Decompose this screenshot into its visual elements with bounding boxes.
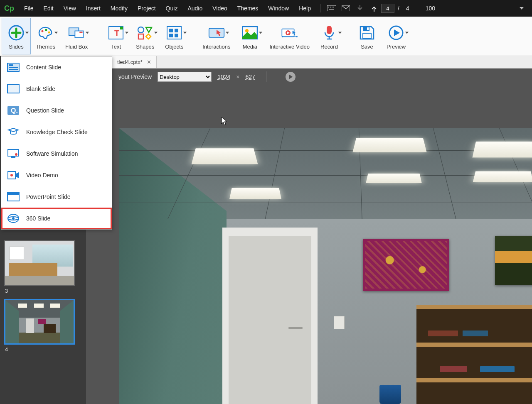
mail-icon[interactable] <box>341 5 350 12</box>
svg-point-30 <box>296 36 297 37</box>
menu-window[interactable]: Window <box>263 2 294 15</box>
svg-rect-0 <box>327 5 336 11</box>
menu-help[interactable]: Help <box>294 2 316 15</box>
dropdown-arrow-icon[interactable] <box>517 5 526 12</box>
page-current-input[interactable] <box>381 4 394 13</box>
ribbon-shapes[interactable]: Shapes <box>131 18 160 54</box>
menu-software-simulation[interactable]: Software Simulation <box>1 143 112 164</box>
menu-view[interactable]: View <box>59 2 81 15</box>
menu-video-demo[interactable]: Video Demo <box>1 164 112 186</box>
question-slide-icon: Q. <box>7 105 20 115</box>
ribbon-save[interactable]: Save <box>352 18 382 54</box>
menu-content-slide[interactable]: Content Slide <box>1 56 112 78</box>
menu-360-slide[interactable]: 360 Slide <box>1 208 112 229</box>
ribbon-save-label: Save <box>361 44 373 50</box>
chevron-down-icon <box>338 32 342 34</box>
svg-rect-21 <box>175 29 178 32</box>
layout-preview-bar: yout Preview Desktop 1024 × 627 <box>86 69 532 85</box>
menu-powerpoint-slide[interactable]: PowerPoint Slide <box>1 186 112 208</box>
menu-kc-slide-label: Knowledge Check Slide <box>26 129 88 135</box>
preview-play-button[interactable] <box>286 72 296 82</box>
play-icon <box>289 74 293 79</box>
menu-ppt-slide-label: PowerPoint Slide <box>26 193 71 200</box>
ribbon-interactions-label: Interactions <box>202 44 230 50</box>
slide-thumb-4[interactable]: 4 <box>4 299 82 353</box>
ribbon-slides[interactable]: Slides <box>2 18 31 54</box>
ribbon-media-label: Media <box>243 44 257 50</box>
ribbon-fluidbox[interactable]: Fluid Box <box>60 18 93 54</box>
close-icon[interactable]: ✕ <box>147 59 151 65</box>
menu-video-demo-label: Video Demo <box>26 172 58 179</box>
chevron-down-icon <box>405 32 409 34</box>
ribbon-text[interactable]: T Text <box>101 18 131 54</box>
ribbon-objects[interactable]: Objects <box>160 18 189 54</box>
ribbon-themes-label: Themes <box>36 44 55 50</box>
ribbon-interactive-video[interactable]: Interactive Video <box>264 18 315 54</box>
document-tab[interactable]: tled4.cptx* ✕ <box>112 56 157 68</box>
ribbon-media[interactable]: Media <box>235 18 264 54</box>
svg-text:Q.: Q. <box>11 107 18 114</box>
menu-file[interactable]: File <box>19 2 39 15</box>
ribbon-fluidbox-label: Fluid Box <box>65 44 88 50</box>
chevron-down-icon <box>154 32 158 34</box>
software-simulation-icon <box>7 149 20 159</box>
menu-content-slide-label: Content Slide <box>26 64 61 71</box>
menu-video[interactable]: Video <box>207 2 232 15</box>
slide-canvas[interactable] <box>119 128 532 404</box>
svg-rect-33 <box>367 27 369 30</box>
chevron-down-icon <box>54 32 58 34</box>
app-logo: Cp <box>3 3 15 13</box>
svg-rect-40 <box>7 85 19 93</box>
ribbon-objects-label: Objects <box>165 44 183 50</box>
menu-quiz[interactable]: Quiz <box>161 2 183 15</box>
chevron-down-icon <box>86 32 89 34</box>
svg-rect-22 <box>169 34 173 37</box>
content-slide-icon <box>7 62 20 72</box>
menu-insert[interactable]: Insert <box>81 2 106 15</box>
menu-project[interactable]: Project <box>133 2 161 15</box>
slide-thumb-3-number: 3 <box>5 288 81 294</box>
page-total: 4 <box>406 5 409 12</box>
svg-text:T: T <box>114 29 119 38</box>
menu-themes[interactable]: Themes <box>232 2 264 15</box>
chevron-down-icon <box>183 32 187 34</box>
ribbon-ivideo-label: Interactive Video <box>269 44 310 50</box>
slide-thumb-3[interactable]: 3 <box>4 240 82 294</box>
svg-rect-13 <box>79 32 82 33</box>
svg-rect-16 <box>120 27 123 29</box>
zoom-value[interactable]: 100 <box>426 5 435 12</box>
svg-rect-39 <box>9 69 18 70</box>
ribbon-preview[interactable]: Preview <box>382 18 411 54</box>
menu-question-slide[interactable]: Q. Question Slide <box>1 100 112 121</box>
ribbon-shapes-label: Shapes <box>136 44 154 50</box>
ribbon-record[interactable]: Record <box>315 18 344 54</box>
device-select[interactable]: Desktop <box>158 72 212 82</box>
preview-width[interactable]: 1024 <box>217 73 230 80</box>
chevron-down-icon <box>226 32 229 34</box>
svg-rect-49 <box>7 193 19 195</box>
svg-rect-31 <box>327 26 332 34</box>
keyboard-icon[interactable] <box>327 5 336 12</box>
chevron-down-icon <box>125 32 128 34</box>
ribbon-record-label: Record <box>320 44 338 50</box>
video-demo-icon <box>7 170 20 180</box>
svg-rect-2 <box>330 7 331 7</box>
menu-knowledge-check-slide[interactable]: Knowledge Check Slide <box>1 121 112 143</box>
svg-point-45 <box>15 153 17 156</box>
menu-blank-slide[interactable]: Blank Slide <box>1 78 112 100</box>
menubar: Cp File Edit View Insert Modify Project … <box>0 0 532 17</box>
upload-icon[interactable] <box>369 5 379 12</box>
document-tabs: tled4.cptx* ✕ <box>86 56 532 69</box>
ribbon-themes[interactable]: Themes <box>31 18 60 54</box>
svg-point-29 <box>282 36 283 37</box>
ribbon-interactions[interactable]: Interactions <box>197 18 235 54</box>
slides-dropdown-menu: Content Slide Blank Slide Q. Question Sl… <box>1 56 112 230</box>
menu-audio[interactable]: Audio <box>182 2 207 15</box>
download-icon[interactable] <box>355 5 365 12</box>
ribbon-slides-label: Slides <box>9 44 23 50</box>
preview-height[interactable]: 627 <box>246 73 255 80</box>
menu-modify[interactable]: Modify <box>106 2 133 15</box>
canvas-area[interactable] <box>86 85 532 404</box>
svg-rect-3 <box>332 7 332 7</box>
menu-edit[interactable]: Edit <box>39 2 59 15</box>
